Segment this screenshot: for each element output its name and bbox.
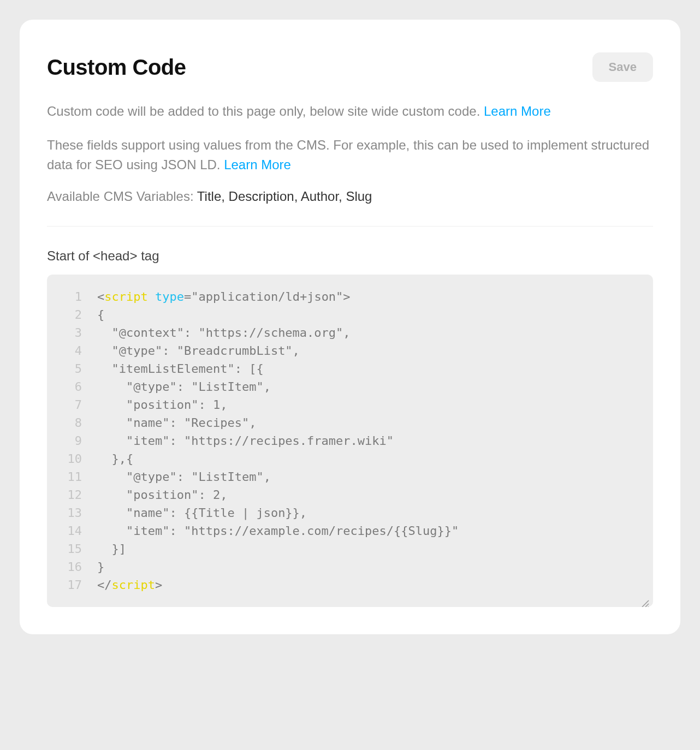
code-line-content: "@type": "ListItem", [97, 378, 271, 396]
code-line: 8 "name": "Recipes", [58, 414, 642, 432]
learn-more-link-2[interactable]: Learn More [224, 157, 291, 172]
code-line-content: },{ [97, 450, 133, 468]
code-line-content: "@context": "https://schema.org", [97, 324, 351, 342]
cms-variables-label: Available CMS Variables: [47, 189, 197, 204]
code-line-content: "position": 1, [97, 396, 227, 414]
cms-variables-line: Available CMS Variables: Title, Descript… [47, 189, 653, 204]
code-line: 9 "item": "https://recipes.framer.wiki" [58, 432, 642, 450]
code-line: 17</script> [58, 576, 642, 594]
code-line: 16} [58, 558, 642, 576]
learn-more-link-1[interactable]: Learn More [484, 104, 551, 118]
code-line: 1<script type="application/ld+json"> [58, 288, 642, 306]
code-line-content: "item": "https://recipes.framer.wiki" [97, 432, 394, 450]
code-line-content: "itemListElement": [{ [97, 360, 264, 378]
resize-handle-icon [641, 595, 650, 604]
code-line: 7 "position": 1, [58, 396, 642, 414]
line-number: 6 [58, 378, 82, 396]
divider [47, 226, 653, 227]
line-number: 17 [58, 576, 82, 594]
description-text-1: Custom code will be added to this page o… [47, 104, 484, 118]
code-line-content: "name": "Recipes", [97, 414, 256, 432]
code-line-content: "item": "https://example.com/recipes/{{S… [97, 522, 459, 540]
save-button[interactable]: Save [592, 52, 653, 82]
code-line: 14 "item": "https://example.com/recipes/… [58, 522, 642, 540]
line-number: 11 [58, 468, 82, 486]
line-number: 12 [58, 486, 82, 504]
section-label-head-start: Start of <head> tag [47, 248, 653, 264]
line-number: 1 [58, 288, 82, 306]
line-number: 16 [58, 558, 82, 576]
cms-variables-value: Title, Description, Author, Slug [197, 189, 372, 204]
description-line-1: Custom code will be added to this page o… [47, 102, 653, 121]
code-line: 10 },{ [58, 450, 642, 468]
line-number: 8 [58, 414, 82, 432]
line-number: 14 [58, 522, 82, 540]
code-line: 13 "name": {{Title | json}}, [58, 504, 642, 522]
code-line: 4 "@type": "BreadcrumbList", [58, 342, 642, 360]
code-line-content: <script type="application/ld+json"> [97, 288, 351, 306]
code-line-content: "@type": "ListItem", [97, 468, 271, 486]
line-number: 3 [58, 324, 82, 342]
code-line-content: "name": {{Title | json}}, [97, 504, 307, 522]
line-number: 5 [58, 360, 82, 378]
description-text-2: These fields support using values from t… [47, 138, 649, 172]
code-line-content: }] [97, 540, 126, 558]
line-number: 15 [58, 540, 82, 558]
code-line: 6 "@type": "ListItem", [58, 378, 642, 396]
code-line-content: { [97, 306, 104, 324]
line-number: 10 [58, 450, 82, 468]
code-line: 2{ [58, 306, 642, 324]
settings-card: Custom Code Save Custom code will be add… [20, 20, 680, 634]
line-number: 2 [58, 306, 82, 324]
line-number: 7 [58, 396, 82, 414]
line-number: 13 [58, 504, 82, 522]
code-line: 3 "@context": "https://schema.org", [58, 324, 642, 342]
code-line: 11 "@type": "ListItem", [58, 468, 642, 486]
code-line-content: } [97, 558, 104, 576]
code-line: 12 "position": 2, [58, 486, 642, 504]
code-line: 5 "itemListElement": [{ [58, 360, 642, 378]
line-number: 4 [58, 342, 82, 360]
code-line-content: "position": 2, [97, 486, 227, 504]
code-line-content: "@type": "BreadcrumbList", [97, 342, 300, 360]
code-editor-head-start[interactable]: 1<script type="application/ld+json">2{3 … [47, 275, 653, 607]
header-row: Custom Code Save [47, 52, 653, 82]
description-line-2: These fields support using values from t… [47, 135, 653, 175]
code-line-content: </script> [97, 576, 162, 594]
line-number: 9 [58, 432, 82, 450]
code-line: 15 }] [58, 540, 642, 558]
page-title: Custom Code [47, 55, 186, 80]
